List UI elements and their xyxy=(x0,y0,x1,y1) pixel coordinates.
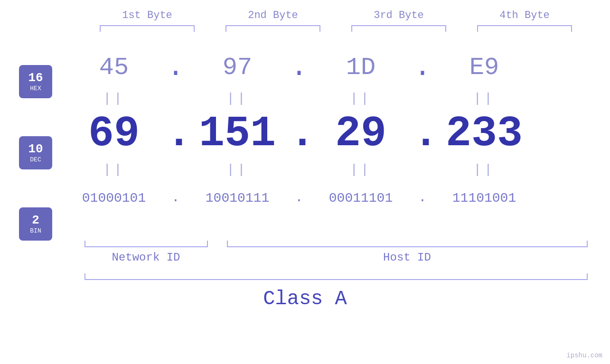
dot-bin-3: . xyxy=(413,191,432,205)
equals2-3: || xyxy=(309,162,413,177)
hex-badge-number: 16 xyxy=(28,71,43,85)
dec-badge: 10 DEC xyxy=(19,136,52,169)
bin-badge: 2 BIN xyxy=(19,207,52,241)
hex-val-3: 1D xyxy=(346,54,375,82)
watermark: ipshu.com xyxy=(566,352,602,359)
bin-val-2: 10010111 xyxy=(206,191,269,205)
dot-hex-1: . xyxy=(166,53,185,82)
bin-val-3: 00011101 xyxy=(329,191,393,205)
bracket-top-3 xyxy=(351,25,446,32)
equals-2: || xyxy=(185,91,290,106)
byte3-header: 3rd Byte xyxy=(351,9,446,21)
bin-val-4: 11101001 xyxy=(452,191,516,205)
equals-1: || xyxy=(62,91,166,106)
equals-row-1: || || || || xyxy=(62,89,610,108)
dec-row: 69 . 151 . 29 . 233 xyxy=(62,108,610,160)
dot-hex-3: . xyxy=(413,53,432,82)
dot-bin-1: . xyxy=(166,191,185,205)
equals-4: || xyxy=(432,91,536,106)
dot-hex-2: . xyxy=(290,53,309,82)
dec-badge-number: 10 xyxy=(28,142,43,156)
dot-dec-3: . xyxy=(413,112,432,155)
id-labels: Network ID Host ID xyxy=(84,251,588,264)
top-brackets xyxy=(84,25,588,32)
host-id-label: Host ID xyxy=(227,251,588,264)
dec-val-4: 233 xyxy=(446,110,523,158)
dot-dec-2: . xyxy=(290,112,309,155)
byte2-header: 2nd Byte xyxy=(225,9,320,21)
hex-badge: 16 HEX xyxy=(19,65,52,98)
bin-row: 01000101 . 10010111 . 00011101 . 1110100… xyxy=(62,179,610,217)
equals-3: || xyxy=(309,91,413,106)
equals2-4: || xyxy=(432,162,536,177)
hex-badge-label: HEX xyxy=(30,85,41,92)
full-bracket xyxy=(84,273,588,280)
dot-bin-2: . xyxy=(290,191,309,205)
dot-dec-1: . xyxy=(166,112,185,155)
dec-badge-label: DEC xyxy=(30,156,41,163)
equals2-1: || xyxy=(62,162,166,177)
dec-val-1: 69 xyxy=(88,110,140,158)
dec-val-3: 29 xyxy=(335,110,386,158)
equals-row-2: || || || || xyxy=(62,160,610,179)
bottom-brackets xyxy=(84,241,588,247)
badges-column: 16 HEX 10 DEC 2 BIN xyxy=(0,46,62,241)
byte-headers: 1st Byte 2nd Byte 3rd Byte 4th Byte xyxy=(84,9,588,21)
bracket-host xyxy=(227,241,588,247)
main-container: 1st Byte 2nd Byte 3rd Byte 4th Byte 16 H… xyxy=(0,0,610,364)
bracket-top-2 xyxy=(225,25,320,32)
values-grid: 45 . 97 . 1D . E9 || || || || 69 xyxy=(62,46,610,217)
network-id-label: Network ID xyxy=(84,251,208,264)
byte4-header: 4th Byte xyxy=(477,9,572,21)
bracket-top-4 xyxy=(477,25,572,32)
bracket-top-1 xyxy=(100,25,195,32)
hex-val-4: E9 xyxy=(469,54,499,82)
bin-badge-number: 2 xyxy=(32,214,39,227)
bin-badge-label: BIN xyxy=(30,227,41,234)
equals2-2: || xyxy=(185,162,290,177)
bin-val-1: 01000101 xyxy=(82,191,146,205)
class-label: Class A xyxy=(263,288,347,310)
hex-val-2: 97 xyxy=(223,54,252,82)
bracket-network xyxy=(84,241,208,247)
dec-val-2: 151 xyxy=(199,110,276,158)
byte1-header: 1st Byte xyxy=(100,9,195,21)
hex-val-1: 45 xyxy=(99,54,129,82)
hex-row: 45 . 97 . 1D . E9 xyxy=(62,46,610,89)
